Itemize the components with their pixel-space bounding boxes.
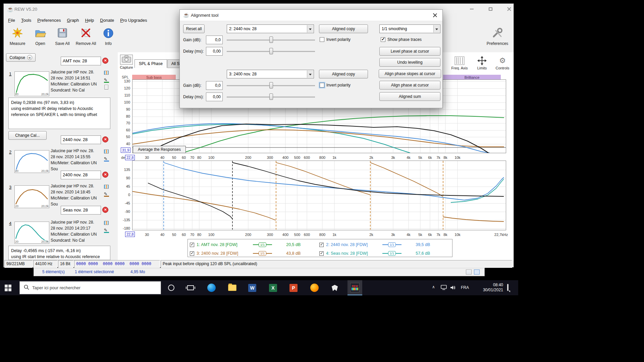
slider-thumb[interactable]: [269, 94, 273, 100]
phase-plot[interactable]: [132, 161, 506, 232]
gain-a-slider[interactable]: [227, 38, 315, 42]
powerpoint-button[interactable]: [286, 280, 301, 295]
edit-pencil-icon[interactable]: [104, 227, 109, 233]
taskbar-search-input[interactable]: Taper ici pour rechercher: [19, 281, 161, 294]
measurement-1-thumbnail[interactable]: 20 20,0k: [14, 71, 49, 96]
task-view-button[interactable]: [183, 280, 198, 295]
measurement-3-thumbnail[interactable]: 20 20,0k: [14, 185, 49, 208]
gain-b-input[interactable]: 0,0: [206, 81, 223, 90]
excel-button[interactable]: [266, 280, 280, 295]
list-view-toggle-icon[interactable]: [466, 269, 472, 275]
delete-measurement-1-button[interactable]: [102, 58, 108, 64]
legend-checkbox-1[interactable]: [190, 243, 194, 247]
legend-checkbox-3[interactable]: [190, 251, 194, 256]
minimize-button[interactable]: [464, 4, 479, 14]
legend-checkbox-4[interactable]: [319, 251, 324, 256]
firefox-button[interactable]: [307, 280, 322, 295]
word-button[interactable]: [245, 280, 260, 295]
volume-icon[interactable]: [450, 285, 456, 292]
measurement-graph-icon[interactable]: [104, 149, 109, 154]
delay-a-input[interactable]: 0,00: [206, 47, 223, 56]
measurement-notes-bottom[interactable]: Delay -0,4565 ms (-157 mm, -6,16 in) usi…: [8, 246, 110, 260]
remove-all-button[interactable]: Remove All: [75, 27, 97, 46]
preferences-button[interactable]: Preferences: [485, 27, 509, 46]
align-phase-at-cursor-button[interactable]: Align phase at cursor: [379, 81, 440, 89]
measurement-1-name-input[interactable]: AMT nov. 28: [61, 57, 101, 65]
show-phase-traces-checkbox[interactable]: Show phase traces: [381, 37, 422, 42]
delete-measurement-3-button[interactable]: [102, 172, 108, 178]
aligned-copy-b-button[interactable]: Aligned copy: [319, 70, 368, 78]
edit-pencil-icon[interactable]: [104, 77, 109, 83]
collapse-label: Collapse: [9, 55, 25, 60]
aligned-sum-button[interactable]: Aligned sum: [379, 92, 440, 101]
tab-spl-phase[interactable]: SPL & Phase: [135, 59, 167, 68]
freq-axis-button[interactable]: Freq. Axis: [450, 56, 469, 70]
measurement-2-name-input[interactable]: 2440 nov. 28: [61, 135, 101, 144]
gain-b-slider[interactable]: [227, 83, 315, 88]
level-phase-at-cursor-button[interactable]: Level phase at cursor: [379, 47, 440, 56]
close-button[interactable]: [501, 4, 517, 14]
rew-taskbar-button[interactable]: REW: [347, 280, 362, 295]
invert-polarity-a-checkbox[interactable]: Invert polarity: [320, 37, 351, 42]
clock[interactable]: 08:40 30/01/2021: [472, 283, 503, 293]
delete-measurement-4-button[interactable]: [102, 207, 108, 213]
align-phase-slopes-button[interactable]: Align phase slopes at cursor: [379, 69, 441, 78]
slider-thumb[interactable]: [269, 37, 273, 43]
limits-button[interactable]: Limits: [473, 56, 491, 70]
start-button[interactable]: [0, 280, 16, 295]
menu-donate[interactable]: Donate: [97, 17, 117, 24]
gain-a-input[interactable]: 0,0: [206, 36, 223, 44]
aligned-copy-a-button[interactable]: Aligned copy: [319, 24, 368, 33]
measurement-4-name-input[interactable]: Seas nov. 28: [61, 206, 101, 215]
controls-button[interactable]: Controls: [493, 56, 512, 70]
menu-graph[interactable]: Graph: [64, 17, 82, 24]
file-explorer-button[interactable]: [225, 280, 239, 295]
measurement-graph-icon[interactable]: [104, 221, 109, 225]
details-view-toggle-icon[interactable]: [474, 269, 480, 275]
cortana-button[interactable]: [164, 280, 178, 295]
network-icon[interactable]: [441, 285, 447, 291]
legend-checkbox-2[interactable]: [319, 243, 324, 247]
info-button[interactable]: Info: [100, 27, 116, 46]
delete-measurement-2-button[interactable]: [102, 136, 108, 142]
measurement-graph-icon[interactable]: [104, 185, 109, 189]
notes-page-icon[interactable]: [104, 85, 108, 89]
dialog-close-button[interactable]: [427, 10, 442, 21]
undo-levelling-button[interactable]: Undo levelling: [379, 58, 440, 67]
delay-b-input[interactable]: 0,00: [206, 93, 223, 101]
measurement-graph-icon[interactable]: [104, 71, 109, 75]
collapse-button[interactable]: Collapse «: [6, 53, 36, 62]
menu-help[interactable]: Help: [82, 17, 97, 24]
measure-button[interactable]: Measure: [6, 27, 29, 46]
smoothing-select[interactable]: 1/1 smoothing: [379, 24, 440, 33]
edit-pencil-icon[interactable]: [104, 156, 109, 162]
tray-chevron-icon[interactable]: ∧: [432, 285, 435, 289]
wolf-app-button[interactable]: [327, 280, 342, 295]
save-all-button[interactable]: Save All: [51, 27, 73, 46]
menu-file[interactable]: File: [5, 17, 18, 24]
delay-a-slider[interactable]: [227, 49, 315, 54]
maximize-button[interactable]: [483, 4, 498, 14]
measurement-b-select[interactable]: 3: 2400 nov. 28: [227, 70, 314, 78]
edit-pencil-icon[interactable]: [104, 191, 109, 197]
measurement-3-name-input[interactable]: 2400 nov. 28: [61, 171, 101, 179]
measurement-notes[interactable]: Delay 0,2838 ms (97 mm, 3,83 in) using e…: [8, 98, 110, 129]
capture-button[interactable]: [120, 55, 133, 65]
slider-thumb[interactable]: [269, 82, 273, 88]
notification-center-icon[interactable]: [507, 285, 508, 291]
reset-all-button[interactable]: Reset all: [183, 24, 205, 33]
measurement-a-select[interactable]: 2: 2440 nov. 28: [227, 24, 314, 33]
menu-preferences[interactable]: Preferences: [34, 17, 64, 24]
open-button[interactable]: Open: [29, 27, 51, 46]
change-cal-button[interactable]: Change Cal...: [8, 131, 47, 140]
language-indicator[interactable]: FRA: [461, 285, 469, 290]
menu-tools[interactable]: Tools: [18, 17, 34, 24]
measurement-4-thumbnail[interactable]: 20 20,0k: [14, 222, 49, 244]
menu-pro-upgrades[interactable]: Pro Upgrades: [117, 17, 150, 24]
measurement-2-thumbnail[interactable]: 20 20,0k: [14, 150, 49, 173]
slider-thumb[interactable]: [269, 48, 273, 54]
delay-b-slider[interactable]: [227, 95, 315, 99]
dialog-title-bar[interactable]: ☕ Alignment tool: [180, 10, 442, 21]
edge-button[interactable]: [204, 280, 219, 295]
invert-polarity-b-checkbox[interactable]: Invert polarity: [320, 83, 351, 87]
